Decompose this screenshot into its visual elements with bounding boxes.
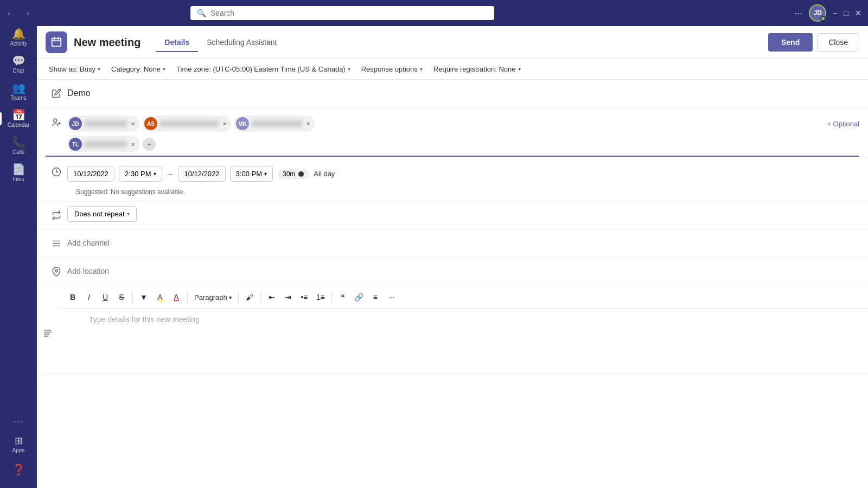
sidebar-item-apps[interactable]: ⊞ Apps [10,432,28,458]
time-arrow-separator: → [167,170,174,178]
help-icon: ❓ [12,464,25,475]
show-as-label: Show as: Busy [49,65,95,73]
sidebar-item-more[interactable]: ··· [10,413,28,429]
tab-scheduling[interactable]: Scheduling Assistant [198,34,285,52]
link-button[interactable]: 🔗 [352,290,367,305]
attendee-chip[interactable]: MK ✕ [234,115,315,132]
svg-point-9 [55,269,58,272]
sidebar-item-chat[interactable]: 💬 Chat [0,51,37,78]
toolbar-separator [187,292,188,303]
response-options-dropdown[interactable]: Response options ▾ [358,63,426,75]
repeat-dropdown[interactable]: Does not repeat ▾ [67,206,137,222]
start-time-input[interactable]: 2:30 PM ▾ [119,166,162,182]
close-button[interactable]: Close [817,33,859,52]
decrease-indent-button[interactable]: ▼ [136,290,151,305]
require-registration-label: Require registration: None [433,65,516,73]
remove-attendee-icon[interactable]: ✕ [306,121,310,127]
category-chevron: ▾ [163,66,165,72]
align-button[interactable]: ≡ [368,290,383,305]
attendee-chip[interactable]: AS ✕ [143,115,231,132]
end-date-input[interactable]: 10/12/2022 [178,166,226,182]
underline-button[interactable]: U [98,290,113,305]
attendee-name [84,141,127,147]
maximize-button[interactable]: □ [844,9,848,17]
sidebar-item-label: Chat [12,68,24,74]
suggestions-text: Suggested: No suggestions available. [46,186,859,197]
attendees-content: JD ✕ AS ✕ MK ✕ + Optional [67,112,859,156]
sidebar-item-label: Apps [12,447,25,453]
numbered-list-button[interactable]: 1≡ [313,290,328,305]
font-color-button[interactable]: A [169,290,184,305]
sidebar-item-teams[interactable]: 👥 Teams [0,78,37,105]
avatar[interactable]: JD [809,4,826,22]
close-window-button[interactable]: ✕ [855,9,861,17]
require-registration-chevron: ▾ [518,66,521,72]
bullet-list-button[interactable]: •≡ [297,290,312,305]
location-input[interactable] [67,262,859,280]
remove-attendee-icon[interactable]: ✕ [131,121,135,127]
minimize-button[interactable]: − [833,9,837,17]
show-as-dropdown[interactable]: Show as: Busy ▾ [46,63,104,75]
form-body: JD ✕ AS ✕ MK ✕ + Optional [37,80,868,488]
send-button[interactable]: Send [768,33,813,52]
format-painter-button[interactable]: 🖌 [242,290,257,305]
svg-point-4 [54,119,57,122]
sidebar-item-activity[interactable]: 🔔 Activity [0,24,37,51]
files-icon: 📄 [12,164,25,175]
sidebar-item-help[interactable]: ❓ [10,460,28,479]
timezone-label: Time zone: (UTC-05:00) Eastern Time (US … [176,65,346,73]
all-day-toggle[interactable]: All day [314,170,335,178]
category-dropdown[interactable]: Category: None ▾ [108,63,169,75]
search-bar[interactable]: 🔍 [190,6,494,20]
more-options-button[interactable]: ··· [794,8,802,19]
channel-icon [46,239,67,248]
sidebar-item-calendar[interactable]: 📅 Calendar [0,105,37,132]
editor-icon [37,292,59,374]
avatar: AS [144,117,157,130]
optional-button[interactable]: + Optional [827,120,859,128]
repeat-icon [46,210,67,220]
datetime-content: 10/12/2022 2:30 PM ▾ → 10/12/2022 3:00 P… [67,162,335,186]
end-date-value: 10/12/2022 [184,170,220,178]
description-placeholder: Type details for this new meeting [89,315,200,324]
start-date-input[interactable]: 10/12/2022 [67,166,114,182]
response-options-label: Response options [361,65,418,73]
italic-button[interactable]: I [81,290,97,305]
description-input[interactable]: Type details for this new meeting [59,309,868,374]
avatar: JD [69,117,82,130]
repeat-content: Does not repeat ▾ [67,206,859,222]
bold-button[interactable]: B [65,290,80,305]
highlight-button[interactable]: A [152,290,168,305]
search-input[interactable] [210,9,488,17]
indent-decrease-button[interactable]: ⇤ [264,290,279,305]
tab-details[interactable]: Details [156,34,198,52]
start-time-value: 2:30 PM [125,170,151,178]
end-time-value: 3:00 PM [236,170,262,178]
location-row [37,258,868,286]
end-time-input[interactable]: 3:00 PM ▾ [230,166,273,182]
attendee-chip[interactable]: JD ✕ [67,115,139,132]
more-formatting-button[interactable]: ··· [384,290,399,305]
require-registration-dropdown[interactable]: Require registration: None ▾ [430,63,524,75]
topbar: 🔍 ··· JD − □ ✕ [37,0,868,26]
channel-input[interactable] [67,234,859,252]
forward-arrow[interactable]: › [24,8,31,18]
remove-attendee-icon[interactable]: ✕ [222,121,227,127]
back-arrow[interactable]: ‹ [5,8,12,18]
timezone-dropdown[interactable]: Time zone: (UTC-05:00) Eastern Time (US … [173,63,354,75]
sidebar-item-calls[interactable]: 📞 Calls [0,132,37,159]
strikethrough-button[interactable]: S [114,290,129,305]
attendee-chip[interactable]: TL ✕ [67,136,139,152]
sidebar-item-files[interactable]: 📄 Files [0,159,37,187]
apps-icon: ⊞ [15,436,23,446]
paragraph-chevron: ▾ [229,294,232,300]
remove-attendee-icon[interactable]: ✕ [131,142,135,147]
paragraph-dropdown[interactable]: Paragraph ▾ [191,292,235,303]
activity-icon: 🔔 [12,28,25,39]
sidebar-item-label: Activity [10,41,27,47]
repeat-label: Does not repeat [74,210,125,218]
indent-increase-button[interactable]: ⇥ [280,290,296,305]
sidebar-bottom: ··· ⊞ Apps ❓ [10,413,28,484]
quote-button[interactable]: ❝ [335,290,350,305]
title-input[interactable] [67,84,859,102]
